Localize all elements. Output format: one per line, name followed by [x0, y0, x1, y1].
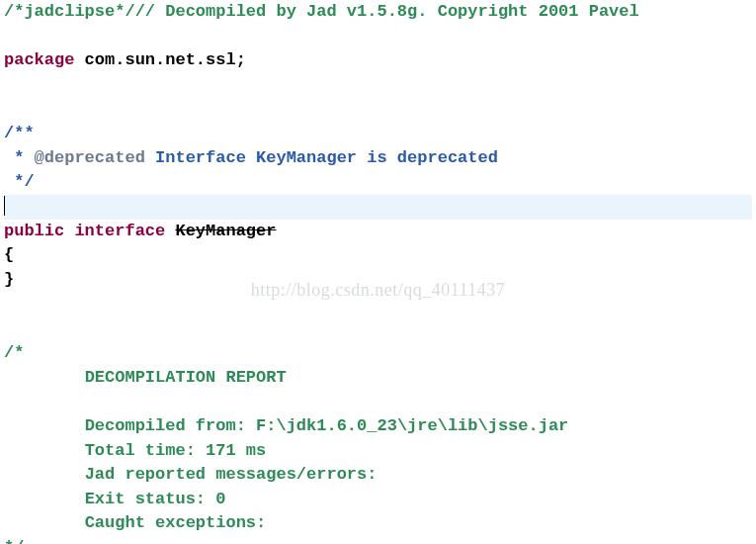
- brace-open: {: [4, 245, 14, 264]
- keyword-public: public: [4, 222, 64, 240]
- comment-text: /*jadclipse*/: [4, 2, 135, 21]
- code-line[interactable]: Exit status: 0: [4, 488, 752, 512]
- code-line-blank[interactable]: [4, 98, 752, 123]
- javadoc-tag-deprecated: @deprecated: [35, 148, 145, 167]
- javadoc-open: /**: [4, 124, 35, 142]
- code-line-blank[interactable]: [4, 390, 752, 414]
- code-line[interactable]: public interface KeyManager: [4, 220, 752, 244]
- code-line[interactable]: */: [4, 536, 752, 544]
- code-line[interactable]: DECOMPILATION REPORT: [4, 366, 752, 391]
- report-exit: Exit status: 0: [4, 490, 225, 508]
- comment-text: // Decompiled by Jad v1.5.8g. Copyright …: [135, 2, 639, 21]
- code-line[interactable]: /*jadclipse*/// Decompiled by Jad v1.5.8…: [4, 0, 752, 25]
- code-line-blank[interactable]: [4, 25, 752, 49]
- brace-close: }: [4, 270, 14, 289]
- code-line-blank[interactable]: [4, 73, 752, 98]
- code-line[interactable]: Caught exceptions:: [4, 511, 752, 536]
- code-line[interactable]: {: [4, 243, 752, 268]
- comment-close: */: [4, 538, 24, 544]
- code-line[interactable]: */: [4, 170, 752, 195]
- text-cursor: [4, 196, 5, 216]
- code-line[interactable]: Jad reported messages/errors:: [4, 463, 752, 488]
- deprecated-classname: KeyManager: [175, 222, 276, 240]
- code-line-blank[interactable]: [4, 293, 752, 317]
- report-caught: Caught exceptions:: [4, 513, 266, 532]
- code-line[interactable]: Total time: 171 ms: [4, 439, 752, 464]
- package-name: com.sun.net.ssl;: [74, 50, 245, 69]
- report-from: Decompiled from: F:\jdk1.6.0_23\jre\lib\…: [4, 416, 568, 435]
- javadoc-star: *: [4, 148, 35, 167]
- keyword-interface: interface: [64, 222, 175, 240]
- code-line[interactable]: }: [4, 268, 752, 293]
- report-time: Total time: 171 ms: [4, 441, 266, 460]
- code-editor-viewport[interactable]: /*jadclipse*/// Decompiled by Jad v1.5.8…: [4, 0, 752, 544]
- code-line[interactable]: package com.sun.net.ssl;: [4, 48, 752, 73]
- keyword-package: package: [4, 50, 74, 69]
- code-line-current[interactable]: [4, 195, 752, 220]
- comment-open: /*: [4, 343, 24, 362]
- javadoc-close: */: [4, 172, 35, 191]
- code-line[interactable]: Decompiled from: F:\jdk1.6.0_23\jre\lib\…: [4, 414, 752, 439]
- report-title: DECOMPILATION REPORT: [4, 368, 287, 387]
- code-line[interactable]: * @deprecated Interface KeyManager is de…: [4, 146, 752, 171]
- report-msgs: Jad reported messages/errors:: [4, 465, 377, 484]
- javadoc-text: Interface KeyManager is deprecated: [145, 148, 498, 167]
- code-line[interactable]: /**: [4, 122, 752, 146]
- code-line-blank[interactable]: [4, 317, 752, 341]
- code-line[interactable]: /*: [4, 341, 752, 366]
